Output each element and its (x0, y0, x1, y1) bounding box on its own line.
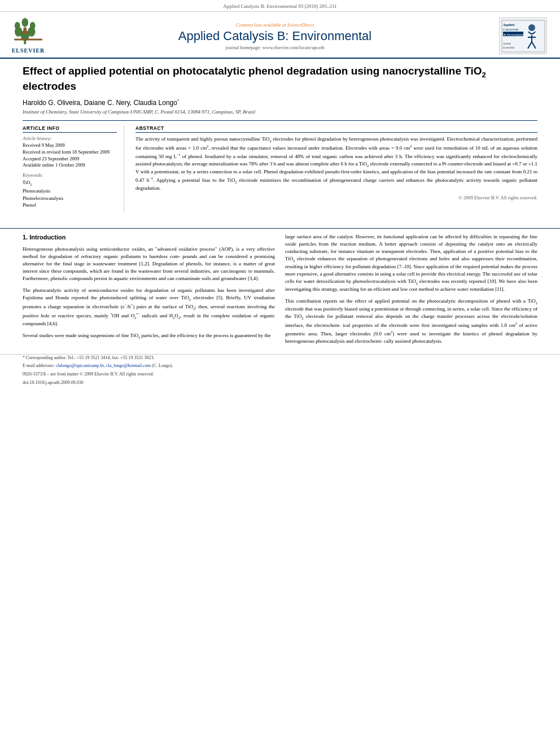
body-para-3: Several studies were made using suspensi… (23, 332, 275, 340)
svg-rect-11 (14, 39, 42, 41)
svg-point-6 (21, 18, 28, 27)
catalysis-logo-area: Applied CATALYSIS B: Environmental AFTER… (499, 18, 550, 54)
copyright-line: © 2009 Elsevier B.V. All rights reserved… (135, 195, 537, 200)
body-divider (0, 228, 560, 229)
svg-text:AFTER: AFTER (503, 42, 511, 45)
article-title: Effect of applied potential on photocata… (23, 64, 537, 94)
abstract-text: The activity of transparent and highly p… (135, 136, 537, 192)
article-info-column: ARTICLE INFO Article history: Received 9… (23, 125, 124, 212)
svg-text:B: Environmental: B: Environmental (504, 33, 526, 36)
issn-line: 0926-3373/$ – see front matter © 2009 El… (23, 371, 537, 378)
authors-line: Haroldo G. Oliveira, Daiane C. Nery, Cla… (23, 98, 537, 107)
authors-text: Haroldo G. Oliveira, Daiane C. Nery, Cla… (23, 99, 179, 107)
body-column-right: large surface area of the catalyst. Howe… (285, 233, 537, 350)
journal-title: Applied Catalysis B: Environmental (51, 29, 499, 43)
sciencedirect-label: Contents lists available at ScienceDirec… (51, 22, 499, 28)
email-label: E-mail addresses: (23, 363, 55, 368)
email-suffix: (C. Longo). (152, 363, 173, 368)
issn-text: 0926-3373/$ – see front matter © 2009 El… (23, 372, 154, 377)
body-para-4: large surface area of the catalyst. Howe… (285, 233, 537, 293)
doi-line: doi:10.1016/j.apcatb.2009.09.030 (23, 379, 537, 386)
contents-label-text: Contents lists available at (236, 22, 286, 28)
elsevier-logo: ELSEVIER (6, 18, 51, 54)
journal-title-area: Contents lists available at ScienceDirec… (51, 22, 499, 50)
revised-date: Received in revised form 18 September 20… (23, 149, 117, 156)
info-abstract-section: ARTICLE INFO Article history: Received 9… (23, 120, 537, 212)
journal-citation-text: Applied Catalysis B: Environmental 93 (2… (223, 3, 337, 9)
received-date: Received 9 May 2009 (23, 142, 117, 149)
abstract-label: ABSTRACT (135, 125, 537, 133)
body-para-5: This contribution reports on the effect … (285, 298, 537, 345)
corresponding-note-text: * Corresponding author. Tel.: +55 19 352… (23, 355, 154, 360)
keywords-section: Keywords: TiO2 Photocatalysis Photoelect… (23, 172, 117, 209)
svg-point-4 (15, 22, 20, 29)
elsevier-wordmark: ELSEVIER (12, 47, 45, 54)
footnotes-section: * Corresponding author. Tel.: +55 19 352… (0, 354, 560, 386)
keywords-list: TiO2 Photocatalysis Photoelectrocatalysi… (23, 179, 117, 209)
keywords-label: Keywords: (23, 172, 117, 178)
accepted-date: Accepted 23 September 2009 (23, 156, 117, 163)
page-wrapper: Applied Catalysis B: Environmental 93 (2… (0, 0, 560, 747)
journal-homepage: journal homepage: www.elsevier.com/locat… (51, 45, 499, 50)
catalysis-logo: Applied CATALYSIS B: Environmental AFTER… (499, 18, 547, 54)
elsevier-tree-icon (12, 18, 44, 46)
main-body: 1. Introduction Heterogeneous photocatal… (0, 233, 560, 350)
article-info-label: ARTICLE INFO (23, 125, 117, 133)
journal-citation-bar: Applied Catalysis B: Environmental 93 (2… (0, 0, 560, 12)
doi-text: doi:10.1016/j.apcatb.2009.09.030 (23, 380, 84, 385)
email1: clalongo@iqm.unicamp.br (56, 363, 104, 368)
svg-point-5 (30, 22, 36, 29)
body-para-1: Heterogeneous photocatalysis using semic… (23, 246, 275, 282)
intro-heading: 1. Introduction (23, 233, 275, 242)
article-history: Article history: Received 9 May 2009 Rec… (23, 136, 117, 169)
elsevier-logo-area: ELSEVIER (6, 18, 51, 54)
svg-text:ELSEVIER: ELSEVIER (503, 46, 514, 49)
body-para-2: The photocatalytic activity of semicondu… (23, 287, 275, 327)
svg-rect-8 (23, 30, 27, 34)
affiliation-line: Institute of Chemistry, State University… (23, 109, 537, 115)
article-content: Effect of applied potential on photocata… (0, 59, 560, 224)
abstract-column: ABSTRACT The activity of transparent and… (135, 125, 537, 212)
catalysis-logo-image: Applied CATALYSIS B: Environmental AFTER… (501, 19, 546, 53)
email-note: E-mail addresses: clalongo@iqm.unicamp.b… (23, 362, 537, 369)
history-label: Article history: (23, 136, 117, 141)
available-date: Available online 1 October 2009 (23, 162, 117, 169)
journal-header: ELSEVIER Contents lists available at Sci… (0, 14, 560, 59)
svg-point-14 (528, 24, 535, 31)
corresponding-author-note: * Corresponding author. Tel.: +55 19 352… (23, 355, 537, 361)
body-column-left: 1. Introduction Heterogeneous photocatal… (23, 233, 275, 350)
email2: cla_longo@hotmail.com (106, 363, 151, 368)
article-title-text: Effect of applied potential on photocata… (23, 65, 486, 92)
svg-text:Applied: Applied (503, 23, 515, 27)
sciencedirect-name: ScienceDirect (287, 22, 314, 28)
svg-text:CATALYSIS: CATALYSIS (503, 28, 519, 31)
